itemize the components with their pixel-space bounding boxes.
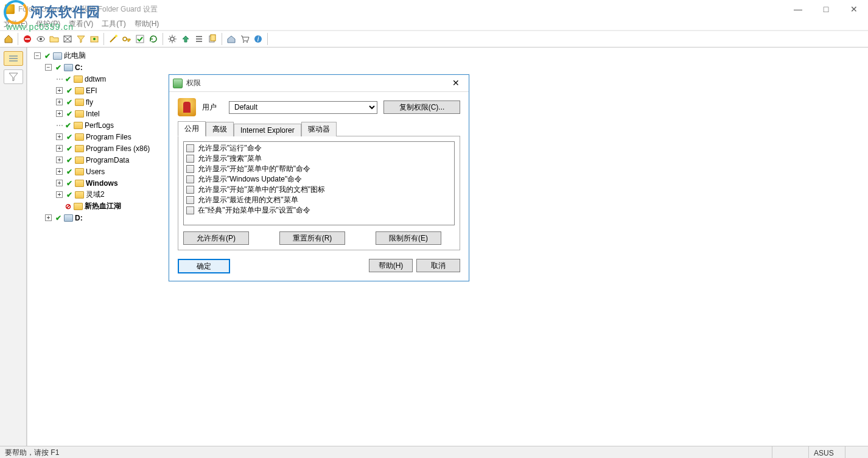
toolbar-house-icon[interactable]: [225, 33, 237, 45]
toolbar-cart-icon[interactable]: [239, 33, 251, 45]
permission-item[interactable]: 允许显示"运行"命令: [185, 143, 453, 153]
ok-button[interactable]: 确定: [178, 259, 230, 273]
check-icon: ✔: [66, 167, 73, 176]
expander-icon[interactable]: +: [56, 191, 63, 198]
expander-icon[interactable]: +: [56, 133, 63, 140]
checkbox-icon[interactable]: [186, 165, 194, 173]
tree-folder[interactable]: ddtwm: [85, 75, 106, 83]
svg-rect-9: [136, 35, 144, 43]
toolbar-gear-icon[interactable]: [166, 33, 178, 45]
check-icon: ✔: [66, 133, 73, 141]
toolbar-stop-icon[interactable]: [21, 33, 33, 45]
permission-item[interactable]: 允许显示"开始"菜单中的"我的文档"图标: [185, 185, 453, 195]
sidebar-filter-button[interactable]: [4, 69, 23, 84]
menu-bar: 文件(F) 保护(P) 查看(V) 工具(T) 帮助(H): [0, 18, 868, 30]
checkbox-icon[interactable]: [186, 155, 194, 163]
permission-item[interactable]: 在"经典"开始菜单中显示"设置"命令: [185, 205, 453, 216]
tab-advanced[interactable]: 高级: [206, 122, 234, 136]
tree-folder-blocked[interactable]: 新热血江湖: [85, 201, 121, 211]
expander-icon[interactable]: +: [56, 180, 63, 186]
reset-all-button[interactable]: 重置所有(R): [279, 231, 345, 245]
svg-rect-1: [25, 38, 30, 40]
permissions-list[interactable]: 允许显示"运行"命令 允许显示"搜索"菜单 允许显示"开始"菜单中的"帮助"命令…: [183, 141, 455, 225]
expander-icon[interactable]: +: [56, 157, 63, 163]
minimize-button[interactable]: —: [784, 0, 812, 18]
tree-root[interactable]: 此电脑: [64, 51, 86, 61]
allow-all-button[interactable]: 允许所有(P): [183, 231, 249, 245]
title-bar: Folder Guard Pro - 我的 Folder Guard 设置 — …: [0, 0, 868, 18]
tree-folder[interactable]: fly: [86, 98, 93, 107]
status-cell-1: [772, 446, 808, 458]
tree-folder[interactable]: EFI: [86, 86, 97, 95]
folder-icon: [75, 87, 84, 94]
expander-icon[interactable]: +: [56, 168, 63, 175]
cancel-button[interactable]: 取消: [416, 259, 460, 272]
expander-icon[interactable]: +: [56, 110, 63, 117]
user-label: 用户: [202, 102, 223, 113]
checkbox-icon[interactable]: [186, 144, 194, 152]
menu-protect[interactable]: 保护(P): [36, 19, 60, 29]
dialog-titlebar[interactable]: 权限 ✕: [169, 75, 469, 92]
toolbar-mask-icon[interactable]: [61, 33, 74, 45]
permission-item[interactable]: 允许显示"开始"菜单中的"帮助"命令: [185, 164, 453, 174]
checkbox-icon[interactable]: [186, 196, 194, 204]
check-icon: ✔: [55, 214, 62, 222]
menu-help[interactable]: 帮助(H): [135, 19, 159, 29]
checkbox-icon[interactable]: [186, 206, 194, 214]
user-select[interactable]: Default: [229, 101, 377, 114]
check-icon: ✔: [66, 98, 73, 107]
tree-drive-d[interactable]: D:: [75, 214, 83, 222]
tree-folder[interactable]: PerfLogs: [85, 121, 114, 130]
menu-view[interactable]: 查看(V): [69, 19, 93, 29]
close-button[interactable]: ✕: [840, 0, 868, 18]
app-icon: [5, 4, 15, 14]
copy-permissions-button[interactable]: 复制权限(C)...: [383, 100, 460, 114]
expander-icon[interactable]: +: [45, 214, 52, 221]
tree-folder[interactable]: Users: [86, 167, 105, 176]
permission-item[interactable]: 允许显示"最近使用的文档"菜单: [185, 195, 453, 205]
toolbar-trusted-icon[interactable]: [88, 33, 100, 45]
tab-drives[interactable]: 驱动器: [301, 122, 337, 136]
expander-icon[interactable]: +: [56, 87, 63, 94]
tree-folder[interactable]: Program Files (x86): [86, 144, 150, 153]
folder-icon: [75, 191, 84, 199]
tree-folder[interactable]: ProgramData: [86, 156, 129, 164]
restrict-all-button[interactable]: 限制所有(E): [376, 231, 441, 245]
permission-item[interactable]: 允许显示"搜索"菜单: [185, 153, 453, 164]
toolbar-copy-icon[interactable]: [206, 33, 219, 45]
help-button[interactable]: 帮助(H): [369, 259, 413, 272]
toolbar-folder-icon[interactable]: [48, 33, 60, 45]
checkbox-icon[interactable]: [186, 175, 194, 183]
expander-icon[interactable]: +: [56, 145, 63, 152]
toolbar-filter-icon[interactable]: [75, 33, 87, 45]
menu-tools[interactable]: 工具(T): [102, 19, 125, 29]
toolbar-home-icon[interactable]: [2, 33, 15, 45]
tab-ie[interactable]: Internet Explorer: [234, 124, 301, 136]
tree-folder[interactable]: Program Files: [86, 133, 131, 141]
tab-public[interactable]: 公用: [178, 121, 206, 136]
tree-folder[interactable]: 灵域2: [86, 189, 105, 200]
svg-text:i: i: [257, 35, 259, 43]
tree-drive-c[interactable]: C:: [75, 63, 83, 72]
toolbar-info-icon[interactable]: i: [252, 33, 264, 45]
toolbar-eye-icon[interactable]: [35, 33, 47, 45]
maximize-button[interactable]: □: [812, 0, 840, 18]
toolbar-wand-icon[interactable]: [107, 33, 119, 45]
sidebar-tree-view-button[interactable]: [4, 51, 23, 66]
toolbar-key-icon[interactable]: [121, 33, 133, 45]
toolbar-list-icon[interactable]: [193, 33, 205, 45]
toolbar-refresh-icon[interactable]: [147, 33, 159, 45]
user-avatar-icon: [178, 98, 196, 116]
checkbox-icon[interactable]: [186, 186, 194, 194]
dialog-close-button[interactable]: ✕: [447, 77, 465, 90]
tree-folder[interactable]: Intel: [86, 110, 100, 118]
tree-folder-windows[interactable]: Windows: [86, 179, 118, 188]
expander-icon[interactable]: −: [45, 64, 52, 71]
expander-icon[interactable]: −: [34, 52, 41, 59]
menu-file[interactable]: 文件(F): [4, 19, 27, 29]
toolbar-check-icon[interactable]: [134, 33, 146, 45]
expander-icon[interactable]: +: [56, 99, 63, 105]
permission-item[interactable]: 允许显示"Windows Update"命令: [185, 174, 453, 185]
toolbar-up-icon[interactable]: [180, 33, 192, 45]
folder-icon: [75, 145, 84, 152]
